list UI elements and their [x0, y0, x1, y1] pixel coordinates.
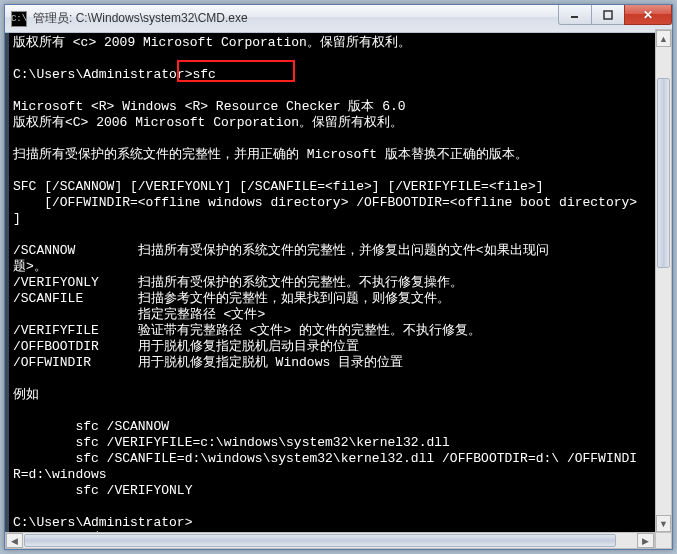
output-line: 例如: [13, 387, 39, 402]
scroll-thumb-v[interactable]: [657, 78, 670, 268]
terminal-output[interactable]: 版权所有 <c> 2009 Microsoft Corporation。保留所有…: [5, 33, 672, 549]
minimize-button[interactable]: [558, 5, 592, 25]
output-line: R=d:\windows: [13, 467, 107, 482]
output-line: /SCANFILE 扫描参考文件的完整性，如果找到问题，则修复文件。: [13, 291, 450, 306]
output-line: [/OFFWINDIR=<offline windows directory> …: [13, 195, 637, 210]
output-line: C:\Users\Administrator>sfc: [13, 67, 216, 82]
window-controls: ✕: [559, 5, 672, 25]
output-line: 扫描所有受保护的系统文件的完整性，并用正确的 Microsoft 版本替换不正确…: [13, 147, 528, 162]
close-icon: ✕: [643, 8, 653, 22]
output-line: sfc /SCANNOW: [13, 419, 169, 434]
output-line: 题>。: [13, 259, 47, 274]
output-line: C:\Users\Administrator>: [13, 515, 192, 530]
output-line: Microsoft <R> Windows <R> Resource Check…: [13, 99, 406, 114]
scroll-thumb-h[interactable]: [24, 534, 616, 547]
scroll-corner: [655, 532, 672, 549]
output-line: 指定完整路径 <文件>: [13, 307, 265, 322]
output-line: /OFFWINDIR 用于脱机修复指定脱机 Windows 目录的位置: [13, 355, 403, 370]
output-line: /OFFBOOTDIR 用于脱机修复指定脱机启动目录的位置: [13, 339, 359, 354]
scroll-down-button[interactable]: ▼: [656, 515, 671, 532]
output-line: /VERIFYFILE 验证带有完整路径 <文件> 的文件的完整性。不执行修复。: [13, 323, 481, 338]
output-line: SFC [/SCANNOW] [/VERIFYONLY] [/SCANFILE=…: [13, 179, 544, 194]
output-line: 版权所有 <c> 2009 Microsoft Corporation。保留所有…: [13, 35, 411, 50]
cmd-icon: C:\: [11, 11, 27, 27]
window-title: 管理员: C:\Windows\system32\CMD.exe: [33, 10, 559, 27]
close-button[interactable]: ✕: [624, 5, 672, 25]
cmd-window: C:\ 管理员: C:\Windows\system32\CMD.exe ✕ 版…: [4, 4, 673, 550]
svg-rect-1: [604, 11, 612, 19]
output-line: sfc /SCANFILE=d:\windows\system32\kernel…: [13, 451, 637, 466]
scroll-up-button[interactable]: ▲: [656, 30, 671, 47]
output-line: sfc /VERIFYONLY: [13, 483, 192, 498]
output-line: sfc /VERIFYFILE=c:\windows\system32\kern…: [13, 435, 450, 450]
vertical-scrollbar[interactable]: ▲ ▼: [655, 29, 672, 533]
output-line: /SCANNOW 扫描所有受保护的系统文件的完整性，并修复出问题的文件<如果出现…: [13, 243, 549, 258]
scroll-left-button[interactable]: ◀: [6, 533, 23, 548]
output-line: /VERIFYONLY 扫描所有受保护的系统文件的完整性。不执行修复操作。: [13, 275, 463, 290]
horizontal-scrollbar[interactable]: ◀ ▶: [5, 532, 655, 549]
output-line: ]: [13, 211, 21, 226]
scroll-right-button[interactable]: ▶: [637, 533, 654, 548]
output-line: 版权所有<C> 2006 Microsoft Corporation。保留所有权…: [13, 115, 403, 130]
titlebar[interactable]: C:\ 管理员: C:\Windows\system32\CMD.exe ✕: [5, 5, 672, 33]
maximize-button[interactable]: [591, 5, 625, 25]
